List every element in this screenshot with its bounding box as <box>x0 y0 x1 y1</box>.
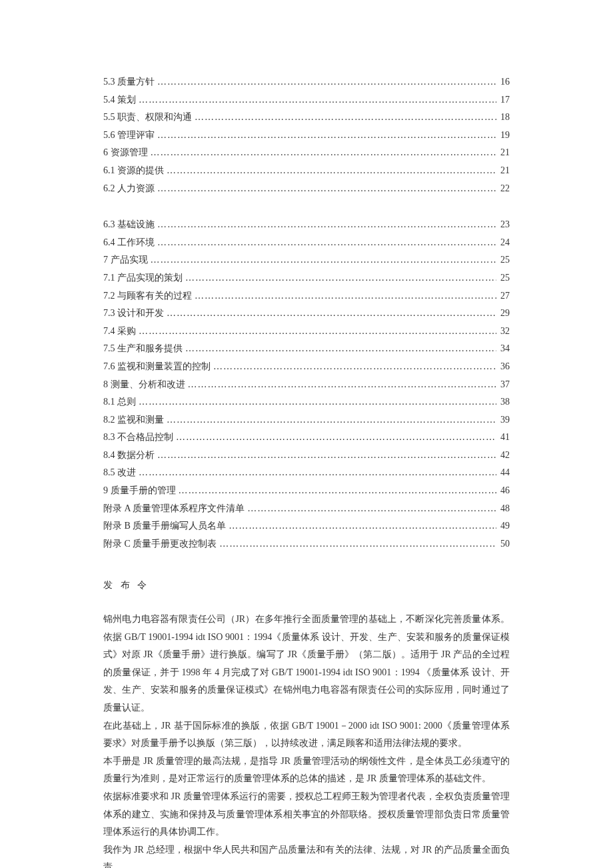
toc-leader <box>183 340 496 358</box>
toc-leader <box>148 144 497 162</box>
toc-row: 6 资源管理 21 <box>103 144 510 162</box>
toc-label: 7.3 设计和开发 <box>103 305 164 323</box>
toc-row: 7.5 生产和服务提供 34 <box>103 340 510 358</box>
toc-page: 24 <box>496 234 510 252</box>
toc-page: 36 <box>496 358 510 376</box>
toc-row: 5.6 管理评审 19 <box>103 127 510 145</box>
toc-page: 19 <box>496 127 510 145</box>
toc-row: 6.2 人力资源 22 <box>103 180 510 198</box>
toc-label: 7 产品实现 <box>103 251 148 269</box>
toc-page: 46 <box>496 482 510 500</box>
toc-page: 44 <box>496 464 510 482</box>
toc-label: 6.3 基础设施 <box>103 216 155 234</box>
toc-row: 6.1 资源的提供 21 <box>103 162 510 180</box>
toc-label: 8.3 不合格品控制 <box>103 429 173 447</box>
toc-page: 49 <box>496 517 510 535</box>
toc-row: 8.5 改进 44 <box>103 464 510 482</box>
toc-label: 8.2 监视和测量 <box>103 411 164 429</box>
toc-label: 9 质量手册的管理 <box>103 482 176 500</box>
toc-label: 6.1 资源的提供 <box>103 162 164 180</box>
paragraph: 我作为 JR 总经理，根据中华人民共和国产品质量法和有关的法律、法规，对 JR … <box>103 841 510 868</box>
paragraph: 在此基础上，JR 基于国际标准的换版，依据 GB/T 19001－2000 id… <box>103 717 510 753</box>
toc-label: 5.6 管理评审 <box>103 127 155 145</box>
toc-page: 25 <box>496 269 510 287</box>
toc-leader <box>185 376 497 394</box>
toc-leader <box>155 216 496 234</box>
toc-page: 21 <box>496 144 510 162</box>
toc-label: 8.1 总则 <box>103 393 136 411</box>
toc-label: 7.4 采购 <box>103 323 136 341</box>
paragraph: 本手册是 JR 质量管理的最高法规，是指导 JR 质量管理活动的纲领性文件，是全… <box>103 753 510 788</box>
toc-row: 8.4 数据分析 42 <box>103 447 510 465</box>
toc-label: 7.6 监视和测量装置的控制 <box>103 358 211 376</box>
toc-row: 6.3 基础设施 23 <box>103 216 510 234</box>
toc-group-b: 6.3 基础设施 23 6.4 工作环境 24 7 产品实现 25 7.1 产品… <box>103 216 510 553</box>
toc-page: 41 <box>496 429 510 447</box>
toc-row: 附录 C 质量手册更改控制表 50 <box>103 535 510 553</box>
toc-row: 7.2 与顾客有关的过程 27 <box>103 287 510 305</box>
toc-leader <box>164 305 496 323</box>
toc-page: 48 <box>496 500 510 518</box>
toc-page: 22 <box>496 180 510 198</box>
toc-page: 16 <box>496 73 510 91</box>
toc-page: 25 <box>496 251 510 269</box>
toc-label: 5.5 职责、权限和沟通 <box>103 109 192 127</box>
toc-label: 附录 A 质量管理体系程序文件清单 <box>103 500 245 518</box>
toc-label: 7.5 生产和服务提供 <box>103 340 183 358</box>
toc-leader <box>183 269 496 287</box>
toc-page: 27 <box>496 287 510 305</box>
toc-leader <box>155 127 496 145</box>
toc-row: 9 质量手册的管理 46 <box>103 482 510 500</box>
toc-leader <box>173 429 496 447</box>
toc-row: 附录 B 质量手册编写人员名单 49 <box>103 517 510 535</box>
toc-page: 21 <box>496 162 510 180</box>
toc-leader <box>136 91 496 109</box>
paragraph: 依据标准要求和 JR 质量管理体系运行的需要，授权总工程师王毅为管理者代表，全权… <box>103 788 510 841</box>
toc-label: 附录 C 质量手册更改控制表 <box>103 535 217 553</box>
toc-page: 17 <box>496 91 510 109</box>
toc-page: 39 <box>496 411 510 429</box>
toc-label: 7.1 产品实现的策划 <box>103 269 183 287</box>
toc-leader <box>155 180 496 198</box>
toc-leader <box>192 287 496 305</box>
release-order-title: 发 布 令 <box>103 577 510 595</box>
toc-label: 附录 B 质量手册编写人员名单 <box>103 517 226 535</box>
toc-row: 8.1 总则 38 <box>103 393 510 411</box>
toc-label: 5.4 策划 <box>103 91 136 109</box>
toc-page: 18 <box>496 109 510 127</box>
toc-label: 6.2 人力资源 <box>103 180 155 198</box>
toc-page: 50 <box>496 535 510 553</box>
toc-label: 7.2 与顾客有关的过程 <box>103 287 192 305</box>
toc-row: 7.3 设计和开发 29 <box>103 305 510 323</box>
toc-leader <box>155 73 496 91</box>
toc-label: 6 资源管理 <box>103 144 148 162</box>
toc-row: 5.4 策划 17 <box>103 91 510 109</box>
toc-leader <box>155 447 496 465</box>
toc-row: 7.4 采购 32 <box>103 323 510 341</box>
toc-row: 8 测量、分析和改进 37 <box>103 376 510 394</box>
release-order-body: 锦州电力电容器有限责任公司（JR）在多年推行全面质量管理的基础上，不断深化完善质… <box>103 611 510 868</box>
toc-leader <box>164 162 496 180</box>
toc-row: 附录 A 质量管理体系程序文件清单 48 <box>103 500 510 518</box>
toc-row: 7.1 产品实现的策划 25 <box>103 269 510 287</box>
toc-label: 8.5 改进 <box>103 464 136 482</box>
paragraph: 锦州电力电容器有限责任公司（JR）在多年推行全面质量管理的基础上，不断深化完善质… <box>103 611 510 717</box>
toc-page: 34 <box>496 340 510 358</box>
toc-leader <box>136 393 496 411</box>
toc-leader <box>192 109 496 127</box>
toc-row: 8.2 监视和测量 39 <box>103 411 510 429</box>
toc-label: 6.4 工作环境 <box>103 234 155 252</box>
toc-row: 6.4 工作环境 24 <box>103 234 510 252</box>
toc-row: 8.3 不合格品控制 41 <box>103 429 510 447</box>
toc-leader <box>136 323 496 341</box>
toc-page: 38 <box>496 393 510 411</box>
toc-page: 32 <box>496 323 510 341</box>
toc-leader <box>164 411 496 429</box>
toc-leader <box>226 517 496 535</box>
toc-row: 5.5 职责、权限和沟通 18 <box>103 109 510 127</box>
toc-row: 7.6 监视和测量装置的控制 36 <box>103 358 510 376</box>
toc-leader <box>136 464 496 482</box>
toc-label: 5.3 质量方针 <box>103 73 155 91</box>
toc-page: 29 <box>496 305 510 323</box>
toc-row: 7 产品实现 25 <box>103 251 510 269</box>
